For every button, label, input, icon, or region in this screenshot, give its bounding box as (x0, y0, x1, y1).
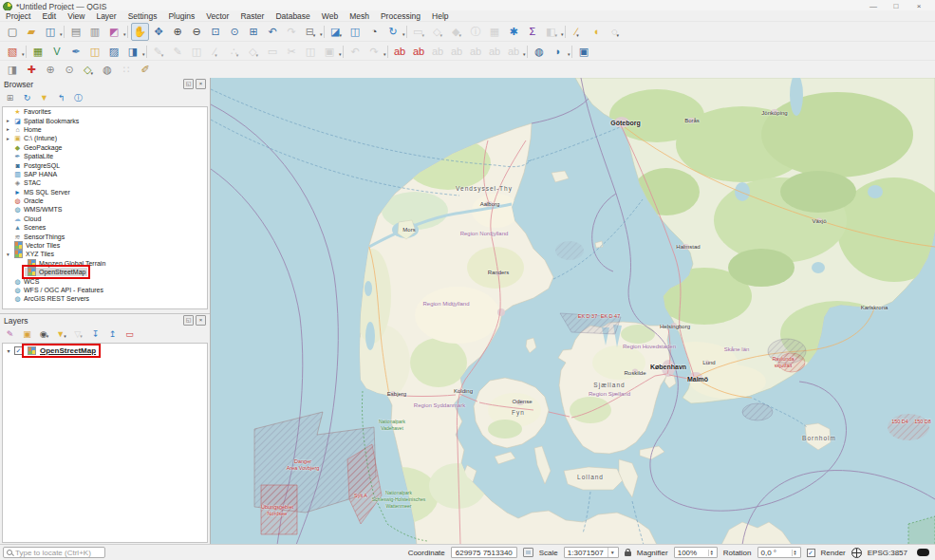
layer-labeling-options[interactable]: ab▾ (391, 43, 409, 61)
menu-item-processing[interactable]: Processing (375, 10, 426, 21)
select-features[interactable]: ▭▾ (410, 23, 428, 41)
menu-item-database[interactable]: Database (270, 10, 315, 21)
menu-item-raster[interactable]: Raster (234, 10, 270, 21)
data-source-manager[interactable]: ▧▾ (4, 43, 22, 61)
pin-unpin-labels[interactable]: ab▾ (448, 43, 466, 61)
show-hide-labels[interactable]: ab▾ (467, 43, 485, 61)
undo[interactable]: ↶▾ (346, 43, 365, 61)
help-contents[interactable]: ▣▾ (575, 43, 593, 61)
menu-item-mesh[interactable]: Mesh (344, 10, 375, 21)
zoom-full-extent[interactable]: ⊡▾ (207, 23, 225, 41)
browser-item-ms-sql-server[interactable]: ► MS SQL Server (3, 188, 207, 196)
new-temporary-scratch-layer[interactable]: ◫▾ (86, 43, 104, 61)
messages-icon[interactable] (917, 549, 929, 556)
maximize-button[interactable]: □ (891, 2, 901, 10)
new-print-layout[interactable]: ▤▾ (67, 23, 85, 41)
expand-all[interactable]: ↧▾ (88, 327, 103, 342)
layers-close-button[interactable]: × (196, 315, 206, 326)
menu-item-vector[interactable]: Vector (200, 10, 234, 21)
metasearch[interactable]: ◍▾ (531, 43, 549, 61)
menu-item-view[interactable]: View (62, 10, 90, 21)
highlight-pinned-labels[interactable]: ab▾ (429, 43, 447, 61)
new-spatial-bookmark[interactable]: ◪▾ (327, 23, 346, 41)
minimize-button[interactable]: — (869, 2, 878, 10)
browser-item-geopackage[interactable]: ◆ GeoPackage (3, 143, 207, 152)
expander-icon[interactable]: ▸ (5, 126, 11, 132)
layer-item-openstreetmap-layer[interactable]: ▾ ✓ OpenStreetMap (3, 344, 207, 357)
browser-item-wcs[interactable]: ◍ WCS (3, 276, 207, 285)
open-project[interactable]: ▰▾ (23, 23, 41, 41)
add-feature[interactable]: ∴▾ (226, 43, 244, 61)
measure-line[interactable]: ∕▾ (569, 23, 587, 41)
pan-map[interactable]: ✋▾ (131, 23, 149, 41)
menu-item-help[interactable]: Help (426, 10, 454, 21)
browser-item-c-drive-intune[interactable]: ▸ ▣ C:\ (Intune) (3, 134, 207, 142)
paste-features[interactable]: ▣▾ (321, 43, 339, 61)
magnifier-spinbox[interactable]: 100%▲▼ (674, 547, 718, 558)
zoom-out[interactable]: ⊖▾ (188, 23, 206, 41)
filter-by-expression[interactable]: ▽▾ (71, 327, 86, 342)
new-spatialite-layer[interactable]: ✒▾ (67, 43, 85, 61)
python-console[interactable]: ◗▾ (550, 43, 568, 61)
zoom-to-selection[interactable]: ⊙▾ (226, 23, 244, 41)
locator-search-input[interactable]: Type to locate (Ctrl+K) (3, 547, 105, 558)
browser-item-stac[interactable]: ◈ STAC (3, 178, 207, 187)
redo[interactable]: ↷▾ (365, 43, 383, 61)
refresh-browser[interactable]: ↻▾ (20, 90, 35, 105)
browser-float-button[interactable]: ◱ (183, 79, 194, 89)
new-shapefile-layer[interactable]: V▾ (48, 43, 66, 61)
expander-icon[interactable]: ▾ (5, 252, 11, 257)
deselect-features[interactable]: ◇▾ (429, 23, 447, 41)
crs-value[interactable]: EPSG:3857 (868, 549, 907, 557)
browser-close-button[interactable]: × (196, 79, 206, 89)
field-calculator[interactable]: ◧▾ (543, 23, 561, 41)
browser-item-cloud[interactable]: ☁ Cloud (3, 215, 207, 223)
zoom-in[interactable]: ⊕▾ (169, 23, 187, 41)
browser-item-sensorthings[interactable]: ≋ SensorThings (3, 232, 207, 240)
new-geopackage-layer[interactable]: ▦▾ (29, 43, 47, 61)
collapse-all[interactable]: ↰▾ (54, 90, 69, 105)
add-group[interactable]: ▣▾ (20, 327, 35, 342)
map-canvas[interactable]: Göteborg Borås Jönköping Växjö Halmstad … (211, 78, 935, 545)
map-tips[interactable]: ◖▾ (588, 23, 606, 41)
paste-style[interactable]: ◨▾ (4, 61, 22, 79)
modify-attributes[interactable]: ▭▾ (264, 43, 282, 61)
georeferencer[interactable]: ✚▾ (23, 61, 41, 79)
layer-diagram-options[interactable]: ab▾ (410, 43, 428, 61)
move-label[interactable]: ab▾ (486, 43, 504, 61)
browser-item-spatialite[interactable]: ✒ SpatiaLite (3, 152, 207, 160)
save-layer-edits[interactable]: ◫▾ (188, 43, 206, 61)
browser-item-scenes[interactable]: ▲ Scenes (3, 223, 207, 232)
browser-item-sap-hana[interactable]: ▥ SAP HANA (3, 170, 207, 178)
rotate-label[interactable]: ab▾ (505, 43, 523, 61)
vertex-tool[interactable]: ◇▾ (245, 43, 263, 61)
copy-features[interactable]: ◫▾ (302, 43, 320, 61)
show-spatial-bookmarks[interactable]: ◫▾ (346, 23, 365, 41)
coordinate-input[interactable]: 629975 7513340 (451, 547, 517, 558)
style-manager[interactable]: ◩▾ (105, 23, 123, 41)
identify-features[interactable]: ⓘ▾ (467, 23, 485, 41)
select-by-expression[interactable]: ◆▾ (448, 23, 466, 41)
temporal-controller[interactable]: ◔▾ (365, 23, 383, 41)
menu-item-plugins[interactable]: Plugins (162, 10, 200, 21)
scale-combobox[interactable]: 1:3071507▼ (564, 547, 619, 558)
browser-item-mapzen-global-terrain[interactable]: Mapzen Global Terrain (3, 259, 207, 268)
browser-item-openstreetmap[interactable]: OpenStreetMap (3, 268, 207, 276)
browser-item-oracle[interactable]: ◍ Oracle (3, 196, 207, 205)
rotation-spin-icons[interactable]: ▲▼ (792, 550, 797, 556)
zoom-to-selected[interactable]: ⊕▾ (42, 61, 60, 79)
layers-float-button[interactable]: ◱ (183, 315, 194, 326)
filter-legend[interactable]: ▼▾ (54, 327, 69, 342)
menu-item-project[interactable]: Project (0, 10, 36, 21)
zoom-to-region[interactable]: ⊙▾ (61, 61, 79, 79)
nominatim-locator[interactable]: ◌▾ (607, 23, 625, 41)
zoom-last[interactable]: ↶▾ (264, 23, 282, 41)
new-mesh-layer[interactable]: ▨▾ (105, 43, 123, 61)
expander-icon[interactable]: ▾ (5, 347, 12, 354)
menu-item-web[interactable]: Web (316, 10, 344, 21)
zoom-next[interactable]: ↷▾ (283, 23, 301, 41)
manage-map-themes[interactable]: ◉▾ (37, 327, 52, 342)
open-attribute-table[interactable]: ▦▾ (486, 23, 504, 41)
browser-item-spatial-bookmarks[interactable]: ▸ ◪ Spatial Bookmarks (3, 116, 207, 124)
save-project[interactable]: ◫▾ (42, 23, 60, 41)
